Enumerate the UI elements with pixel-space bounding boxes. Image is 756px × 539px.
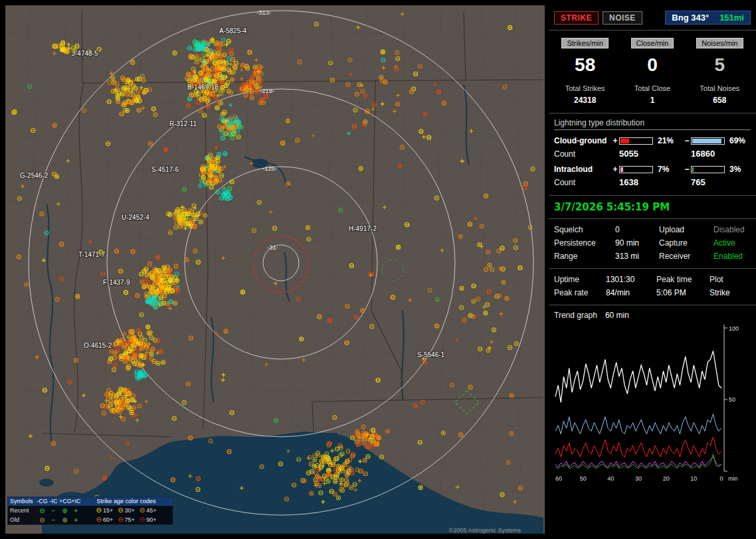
- storm-cell-label: B-1469-18: [187, 84, 219, 91]
- capture-label: Capture: [659, 238, 713, 248]
- storm-cell-label: G-2546-2: [20, 172, 48, 179]
- peak-rate-label: Peak rate: [554, 288, 606, 297]
- noises-per-min-value: 5: [686, 54, 753, 76]
- strike-button[interactable]: STRIKE: [554, 11, 599, 25]
- legend-old-label: Old: [10, 516, 37, 524]
- storm-cell-label: O-4615-2: [84, 342, 112, 349]
- control-sidebar: STRIKE NOISE Bng 343° 151mi Strikes/min …: [549, 5, 756, 534]
- neg-cg-recent-icon: ⊖: [37, 507, 48, 514]
- svg-text:20: 20: [663, 475, 670, 482]
- cg-count-label: Count: [554, 149, 611, 159]
- noises-per-min-chip[interactable]: Noises/min: [696, 38, 743, 48]
- lightning-map[interactable]: -313--219--125--31-A-5825-4J-4748-5B-146…: [5, 5, 545, 534]
- age-codes-old: ⊖60+ ⊖75+ ⊖90+: [82, 516, 171, 524]
- svg-text:-31-: -31-: [267, 244, 278, 251]
- storm-cell-label: U-2452-4: [122, 214, 149, 221]
- plot-label: Plot: [709, 275, 751, 284]
- pos-cg-old-icon: ⊕: [59, 516, 70, 524]
- age-15-icon: ⊖: [96, 506, 101, 514]
- storm-cell-label: R-312-11: [169, 120, 197, 127]
- status-row: Range 313 mi Receiver Enabled: [554, 250, 751, 263]
- lake: [39, 479, 54, 487]
- cg-neg-count: 16860: [691, 149, 751, 159]
- svg-text:-219-: -219-: [260, 87, 274, 94]
- persistence-value: 90 min: [615, 238, 659, 248]
- cg-pos-pct: 21%: [656, 136, 683, 145]
- ic-neg-count: 765: [691, 177, 751, 187]
- ic-pos-pct: 7%: [656, 165, 683, 174]
- intracloud-row: Intracloud + 7% − 3%: [554, 165, 751, 174]
- storm-cell-label: J-4748-5: [72, 50, 98, 57]
- plus-sign: +: [611, 165, 619, 174]
- map-panel: -313--219--125--31-A-5825-4J-4748-5B-146…: [5, 5, 545, 534]
- distance-value: 151mi: [719, 13, 744, 23]
- peak-time-value: 5:06 PM: [656, 288, 709, 297]
- app-window: -313--219--125--31-A-5825-4J-4748-5B-146…: [0, 0, 756, 539]
- peak-rate-row: Peak rate 84/min 5:06 PM Strike: [554, 286, 751, 299]
- svg-text:50: 50: [729, 396, 735, 403]
- trend-graph-header: Trend graph 60 min: [549, 305, 756, 321]
- pos-ic-old-icon: +: [70, 516, 82, 524]
- trend-graph-duration[interactable]: 60 min: [605, 311, 629, 320]
- total-strikes-value: 24318: [551, 96, 618, 105]
- age-60-icon: ⊖: [96, 516, 101, 523]
- legend-recent-label: Recent: [10, 507, 37, 514]
- storm-cell-label: H-4917-2: [349, 225, 377, 232]
- total-close-value: 1: [618, 96, 686, 105]
- lightning-type-distribution: Lightning type distribution Cloud-ground…: [549, 114, 756, 196]
- svg-text:0: 0: [719, 475, 723, 482]
- intracloud-label: Intracloud: [554, 165, 611, 174]
- minus-sign: −: [683, 136, 691, 145]
- peak-rate-value: 84/min: [606, 288, 656, 297]
- uptime-panel: Uptime 1301:30 Peak time Plot Peak rate …: [549, 269, 756, 305]
- distribution-title: Lightning type distribution: [554, 118, 751, 130]
- plot-mode-value[interactable]: Strike: [709, 288, 751, 297]
- strikes-per-min-value: 58: [551, 54, 618, 76]
- cg-pos-bar: [619, 137, 653, 145]
- total-strikes-label: Total Strikes: [551, 84, 618, 92]
- status-row: Squelch 0 Upload Disabled: [554, 223, 751, 236]
- age-75-icon: ⊖: [118, 516, 123, 523]
- svg-text:30: 30: [635, 475, 642, 482]
- close-per-min-chip[interactable]: Close/min: [631, 38, 674, 48]
- storm-cell-label: S-5546-1: [417, 351, 445, 358]
- storm-cell-label: T-1471-7: [78, 251, 105, 258]
- cloud-ground-label: Cloud-ground: [554, 136, 611, 145]
- status-row: Persistence 90 min Capture Active: [554, 236, 751, 250]
- svg-text:-313-: -313-: [256, 9, 271, 16]
- total-noises-value: 658: [686, 96, 753, 105]
- receiver-label: Receiver: [659, 252, 713, 261]
- datetime-display: 3/7/2026 5:45:19 PM: [549, 196, 756, 219]
- rate-stats: Strikes/min 58 Total Strikes 24318 Close…: [549, 31, 756, 114]
- total-noises-label: Total Noises: [686, 84, 753, 92]
- cloud-ground-count-row: Count 5055 16860: [554, 149, 751, 159]
- age-code-90: ⊖90+: [140, 516, 157, 524]
- svg-text:40: 40: [607, 475, 614, 482]
- close-column: Close/min 0 Total Close 1: [618, 37, 686, 105]
- noise-button[interactable]: NOISE: [603, 11, 642, 25]
- close-per-min-value: 0: [618, 54, 686, 76]
- svg-text:60: 60: [555, 475, 562, 482]
- age-code-15: ⊖15+: [96, 506, 113, 514]
- svg-text:10: 10: [690, 475, 697, 482]
- legend-header: Symbols -CG -IC +CG +IC Strike age color…: [8, 497, 173, 506]
- age-code-60: ⊖60+: [96, 516, 113, 524]
- minus-sign: −: [683, 165, 691, 174]
- receiver-value: Enabled: [713, 252, 751, 261]
- strikes-per-min-chip[interactable]: Strikes/min: [561, 38, 608, 48]
- plus-sign: +: [611, 136, 619, 145]
- ic-neg-bar: [691, 166, 725, 173]
- ic-pos-count: 1638: [619, 177, 683, 187]
- uptime-row: Uptime 1301:30 Peak time Plot: [554, 273, 751, 286]
- bearing-value: Bng 343°: [672, 13, 709, 23]
- pos-cg-recent-icon: ⊕: [59, 507, 70, 514]
- storm-cell-label: S-4517-6: [151, 166, 179, 173]
- receiver-status: Squelch 0 Upload Disabled Persistence 90…: [549, 219, 756, 269]
- cg-neg-pct: 69%: [728, 136, 751, 145]
- persistence-label: Persistence: [554, 238, 615, 248]
- neg-ic-recent-icon: −: [48, 507, 59, 514]
- legend-header-pos-ic: +IC: [70, 498, 82, 505]
- cg-neg-bar: [691, 137, 725, 145]
- strike-legend: Symbols -CG -IC +CG +IC Strike age color…: [7, 497, 173, 525]
- cg-pos-count: 5055: [619, 149, 683, 159]
